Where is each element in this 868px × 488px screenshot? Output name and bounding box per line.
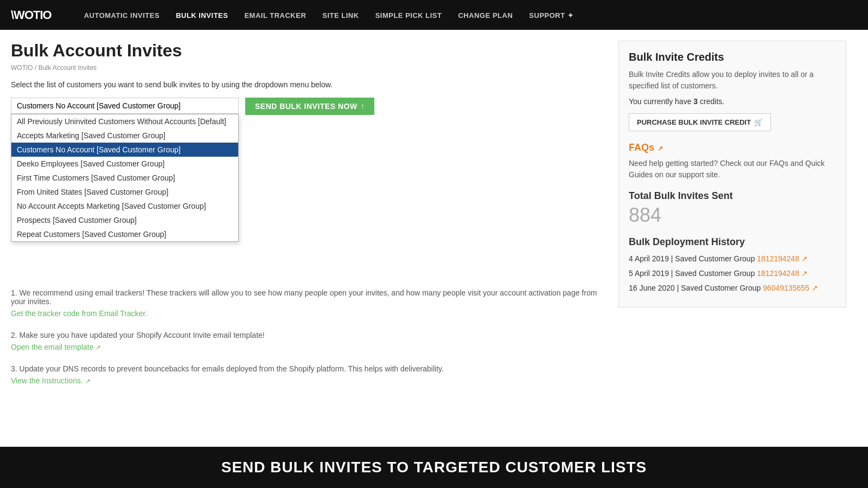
page-subtitle: Select the list of customers you want to… [11,80,602,89]
nav-link-bulk-invites[interactable]: BULK INVITES [176,11,228,20]
credits-count-line: You currently have 3 credits. [629,97,836,106]
credits-count: 3 [693,97,698,106]
steps-section: 1. We recommend using email trackers! Th… [11,288,602,385]
purchase-credit-button[interactable]: PURCHASE BULK INVITE CREDIT 🛒 [629,113,771,131]
send-bulk-invites-button[interactable]: SEND BULK INVITES NOW ↑ [245,98,374,115]
history-separator-1: | Saved Customer Group [671,254,757,263]
nav-item-automatic-invites[interactable]: AUTOMATIC INVITES [84,11,159,20]
nav-item-simple-pick-list[interactable]: SIMPLE PICK LIST [375,11,442,20]
dropdown-option-repeat-customers[interactable]: Repeat Customers [Saved Customer Group] [11,227,238,241]
dropdown-option-from-united-states[interactable]: From United States [Saved Customer Group… [11,185,238,199]
bulk-invite-credits-desc: Bulk Invite Credits allow you to deploy … [629,69,836,92]
view-instructions-label: View the Instructions. [11,376,83,385]
external-link-icon-faqs [658,142,663,153]
email-tracker-link[interactable]: Get the tracker code from Email Tracker. [11,309,147,318]
history-separator-3: | Saved Customer Group [677,284,763,292]
step1-text: 1. We recommend using email trackers! Th… [11,288,602,306]
dropdown-option-default[interactable]: All Previously Uninvited Customers Witho… [11,114,238,129]
nav-link-support[interactable]: SUPPORT ✦ [529,11,573,20]
faqs-title: FAQs [629,142,836,153]
bulk-deployment-history-title: Bulk Deployment History [629,236,836,248]
ext-icon-h3: ↗ [812,284,818,292]
send-bulk-invites-label: SEND BULK INVITES NOW [255,102,358,111]
history-separator-2: | Saved Customer Group [671,269,757,278]
faqs-label: FAQs [629,142,654,153]
history-date-1: 4 April 2019 [629,254,669,263]
dropdown-option-no-account-accepts-marketing[interactable]: No Account Accepts Marketing [Saved Cust… [11,199,238,213]
cart-icon: 🛒 [754,118,763,126]
step2-text: 2. Make sure you have updated your Shopi… [11,331,602,339]
faqs-desc: Need help getting started? Check out our… [629,158,836,181]
navigation: \WOTIO AUTOMATIC INVITES BULK INVITES EM… [0,0,868,30]
external-link-icon-3 [85,376,91,385]
nav-item-site-link[interactable]: SITE LINK [322,11,359,20]
nav-item-change-plan[interactable]: CHANGE PLAN [458,11,513,20]
nav-item-support[interactable]: SUPPORT ✦ [529,11,573,20]
logo[interactable]: \WOTIO [11,8,52,22]
history-item-1: 4 April 2019 | Saved Customer Group 1812… [629,253,836,265]
step3-block: 3. Update your DNS records to prevent bo… [11,364,602,385]
sidebar-card: Bulk Invite Credits Bulk Invite Credits … [618,41,846,307]
nav-item-bulk-invites[interactable]: BULK INVITES [176,11,228,20]
history-link-2[interactable]: 1812194248 ↗ [757,269,808,278]
total-bulk-invites-title: Total Bulk Invites Sent [629,190,836,202]
dropdown-option-accepts-marketing[interactable]: Accepts Marketing [Saved Customer Group] [11,129,238,143]
nav-links: AUTOMATIC INVITES BULK INVITES EMAIL TRA… [84,11,574,20]
purchase-credit-label: PURCHASE BULK INVITE CREDIT [637,118,751,126]
left-content: Bulk Account Invites WOTIO / Bulk Accoun… [11,41,602,398]
total-bulk-invites-number: 884 [629,204,836,227]
send-icon: ↑ [361,102,365,111]
breadcrumb: WOTIO / Bulk Account Invites [11,64,602,72]
nav-link-simple-pick-list[interactable]: SIMPLE PICK LIST [375,11,442,20]
main-container: Bulk Account Invites WOTIO / Bulk Accoun… [0,30,857,409]
page-title: Bulk Account Invites [11,41,602,61]
nav-link-site-link[interactable]: SITE LINK [322,11,359,20]
nav-link-automatic-invites[interactable]: AUTOMATIC INVITES [84,11,159,20]
breadcrumb-current: Bulk Account Invites [39,64,97,72]
step1-block: 1. We recommend using email trackers! Th… [11,288,602,318]
nav-link-email-tracker[interactable]: EMAIL TRACKER [244,11,306,20]
view-instructions-link[interactable]: View the Instructions. [11,376,91,385]
history-date-3: 16 June 2020 [629,284,675,292]
bulk-invite-credits-title: Bulk Invite Credits [629,51,836,63]
step2-block: 2. Make sure you have updated your Shopi… [11,331,602,351]
nav-link-change-plan[interactable]: CHANGE PLAN [458,11,513,20]
right-sidebar: Bulk Invite Credits Bulk Invite Credits … [618,41,846,398]
customer-list-select[interactable]: All Previously Uninvited Customers Witho… [11,98,239,114]
dropdown-option-customers-no-account[interactable]: Customers No Account [Saved Customer Gro… [11,143,238,157]
dropdown-option-deeko-employees[interactable]: Deeko Employees [Saved Customer Group] [11,157,238,171]
breadcrumb-home[interactable]: WOTIO [11,64,33,72]
ext-icon-h1: ↗ [801,254,808,263]
ext-icon-h2: ↗ [801,269,808,278]
external-link-icon [95,343,101,351]
dropdown-option-prospects[interactable]: Prospects [Saved Customer Group] [11,213,238,227]
step3-text: 3. Update your DNS records to prevent bo… [11,364,602,373]
history-item-2: 5 April 2019 | Saved Customer Group 1812… [629,268,836,279]
history-link-3[interactable]: 96049135655 ↗ [763,284,818,292]
dropdown-wrapper: All Previously Uninvited Customers Witho… [11,98,239,114]
history-date-2: 5 April 2019 [629,269,669,278]
dropdown-row: All Previously Uninvited Customers Witho… [11,98,602,115]
dropdown-open-list: All Previously Uninvited Customers Witho… [11,114,239,242]
history-item-3: 16 June 2020 | Saved Customer Group 9604… [629,282,836,294]
dropdown-option-first-time-customers[interactable]: First Time Customers [Saved Customer Gro… [11,171,238,185]
email-template-link[interactable]: Open the email template [11,343,101,351]
nav-item-email-tracker[interactable]: EMAIL TRACKER [244,11,306,20]
open-email-template-label: Open the email template [11,343,94,351]
history-link-1[interactable]: 1812194248 ↗ [757,254,808,263]
